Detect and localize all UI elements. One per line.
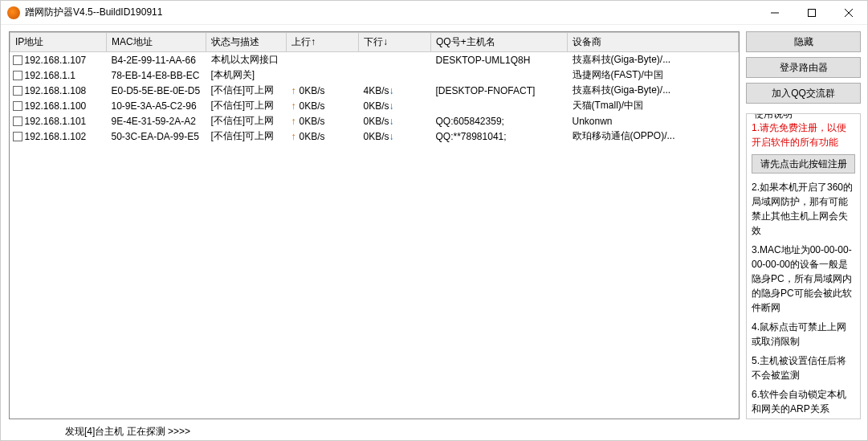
table-row[interactable]: 192.168.1.108E0-D5-5E-BE-0E-D5[不信任]可上网↑0… bbox=[10, 83, 739, 98]
col-status[interactable]: 状态与描述 bbox=[206, 33, 287, 52]
arrow-up-icon: ↑ bbox=[291, 131, 296, 142]
table-row[interactable]: 192.168.1.10010-9E-3A-A5-C2-96[不信任]可上网↑0… bbox=[10, 98, 739, 113]
login-router-button[interactable]: 登录路由器 bbox=[746, 57, 861, 78]
cell-mac: 9E-4E-31-59-2A-A2 bbox=[107, 113, 206, 129]
col-up[interactable]: 上行↑ bbox=[287, 33, 359, 52]
cell-down: 4KB/s↓ bbox=[359, 83, 431, 98]
col-mac[interactable]: MAC地址 bbox=[107, 33, 206, 52]
cell-qq bbox=[431, 98, 568, 113]
cell-ip: 192.168.1.107 bbox=[10, 52, 107, 68]
window-controls bbox=[756, 1, 867, 24]
cell-vendor: 天猫(Tmall)/中国 bbox=[568, 98, 739, 113]
cell-up: ↑0KB/s bbox=[287, 129, 359, 144]
cell-qq: QQ:**78981041; bbox=[431, 129, 568, 144]
hide-button[interactable]: 隐藏 bbox=[746, 31, 861, 52]
close-button[interactable] bbox=[830, 1, 867, 24]
cell-status: [不信任]可上网 bbox=[206, 129, 287, 144]
window-title: 蹭网防护器V4.5--BuildID190911 bbox=[25, 6, 756, 19]
arrow-up-icon: ↑ bbox=[291, 100, 296, 112]
cell-ip: 192.168.1.1 bbox=[10, 67, 107, 83]
cell-down: 0KB/s↓ bbox=[359, 113, 431, 129]
sidebar: 隐藏 登录路由器 加入QQ交流群 使用说明 1.请先免费注册，以便开启软件的所有… bbox=[743, 25, 867, 423]
note-2: 2.如果本机开启了360的局域网防护，那有可能禁止其他主机上网会失效 bbox=[752, 180, 855, 238]
cell-up: ↑0KB/s bbox=[287, 98, 359, 113]
col-ip[interactable]: IP地址 bbox=[10, 33, 107, 52]
cell-mac: 78-EB-14-E8-BB-EC bbox=[107, 67, 206, 83]
host-table: IP地址 MAC地址 状态与描述 上行↑ 下行↓ QQ号+主机名 设备商 192… bbox=[10, 32, 739, 144]
table-header-row: IP地址 MAC地址 状态与描述 上行↑ 下行↓ QQ号+主机名 设备商 bbox=[10, 33, 739, 52]
cell-status: [不信任]可上网 bbox=[206, 83, 287, 98]
cell-up bbox=[287, 52, 359, 68]
table-row[interactable]: 192.168.1.1019E-4E-31-59-2A-A2[不信任]可上网↑0… bbox=[10, 113, 739, 129]
cell-down bbox=[359, 52, 431, 68]
col-down[interactable]: 下行↓ bbox=[359, 33, 431, 52]
row-checkbox[interactable] bbox=[13, 71, 22, 80]
cell-status: 本机以太网接口 bbox=[206, 52, 287, 68]
note-5: 5.主机被设置信任后将不会被监测 bbox=[752, 353, 855, 382]
note-1: 1.请先免费注册，以便开启软件的所有功能 bbox=[752, 120, 855, 149]
cell-vendor: Unkonwn bbox=[568, 113, 739, 129]
cell-status: [不信任]可上网 bbox=[206, 113, 287, 129]
row-checkbox[interactable] bbox=[13, 101, 22, 111]
cell-mac: 50-3C-EA-DA-99-E5 bbox=[107, 129, 206, 144]
main-area: IP地址 MAC地址 状态与描述 上行↑ 下行↓ QQ号+主机名 设备商 192… bbox=[1, 25, 867, 423]
note-3: 3.MAC地址为00-00-00-00-00-00的设备一般是隐身PC，所有局域… bbox=[752, 243, 855, 315]
cell-mac: E0-D5-5E-BE-0E-D5 bbox=[107, 83, 206, 98]
cell-ip: 192.168.1.102 bbox=[10, 129, 107, 144]
cell-vendor: 迅捷网络(FAST)/中国 bbox=[568, 67, 739, 83]
row-checkbox[interactable] bbox=[13, 55, 22, 65]
col-vendor[interactable]: 设备商 bbox=[568, 33, 739, 52]
cell-qq: QQ:605842359; bbox=[431, 113, 568, 129]
titlebar: 蹭网防护器V4.5--BuildID190911 bbox=[1, 1, 867, 25]
cell-down: 0KB/s↓ bbox=[359, 129, 431, 144]
instructions-title: 使用说明 bbox=[752, 113, 795, 121]
register-button[interactable]: 请先点击此按钮注册 bbox=[752, 154, 855, 174]
cell-vendor: 欧珀移动通信(OPPO)/... bbox=[568, 129, 739, 144]
col-qq[interactable]: QQ号+主机名 bbox=[431, 33, 568, 52]
table-row[interactable]: 192.168.1.107B4-2E-99-11-AA-66本机以太网接口DES… bbox=[10, 52, 739, 68]
table-row[interactable]: 192.168.1.178-EB-14-E8-BB-EC[本机网关]迅捷网络(F… bbox=[10, 67, 739, 83]
svg-rect-1 bbox=[809, 9, 816, 16]
arrow-down-icon: ↓ bbox=[389, 100, 394, 112]
cell-vendor: 技嘉科技(Giga-Byte)/... bbox=[568, 52, 739, 68]
cell-ip: 192.168.1.100 bbox=[10, 98, 107, 113]
status-bar: 发现[4]台主机 正在探测 >>>> bbox=[1, 423, 867, 440]
minimize-button[interactable] bbox=[756, 1, 793, 24]
cell-mac: B4-2E-99-11-AA-66 bbox=[107, 52, 206, 68]
maximize-button[interactable] bbox=[793, 1, 830, 24]
cell-qq bbox=[431, 67, 568, 83]
cell-ip: 192.168.1.101 bbox=[10, 113, 107, 129]
cell-status: [本机网关] bbox=[206, 67, 287, 83]
arrow-up-icon: ↑ bbox=[291, 116, 296, 127]
cell-down: 0KB/s↓ bbox=[359, 98, 431, 113]
arrow-down-icon: ↓ bbox=[389, 116, 394, 127]
instructions-group: 使用说明 1.请先免费注册，以便开启软件的所有功能 请先点击此按钮注册 2.如果… bbox=[746, 113, 861, 419]
arrow-up-icon: ↑ bbox=[291, 85, 296, 96]
cell-up: ↑0KB/s bbox=[287, 113, 359, 129]
table-row[interactable]: 192.168.1.10250-3C-EA-DA-99-E5[不信任]可上网↑0… bbox=[10, 129, 739, 144]
app-icon bbox=[7, 6, 20, 19]
arrow-down-icon: ↓ bbox=[389, 85, 394, 96]
cell-vendor: 技嘉科技(Giga-Byte)/... bbox=[568, 83, 739, 98]
arrow-down-icon: ↓ bbox=[389, 131, 394, 142]
cell-mac: 10-9E-3A-A5-C2-96 bbox=[107, 98, 206, 113]
cell-qq: [DESKTOP-FNOFACT] bbox=[431, 83, 568, 98]
host-table-container[interactable]: IP地址 MAC地址 状态与描述 上行↑ 下行↓ QQ号+主机名 设备商 192… bbox=[9, 31, 740, 419]
join-qq-button[interactable]: 加入QQ交流群 bbox=[746, 83, 861, 104]
status-text: 发现[4]台主机 正在探测 >>>> bbox=[65, 425, 190, 439]
cell-status: [不信任]可上网 bbox=[206, 98, 287, 113]
note-6: 6.软件会自动锁定本机和网关的ARP关系 bbox=[752, 387, 855, 416]
cell-ip: 192.168.1.108 bbox=[10, 83, 107, 98]
cell-up bbox=[287, 67, 359, 83]
cell-down bbox=[359, 67, 431, 83]
cell-qq: DESKTOP-UML1Q8H bbox=[431, 52, 568, 68]
row-checkbox[interactable] bbox=[13, 86, 22, 96]
cell-up: ↑0KB/s bbox=[287, 83, 359, 98]
row-checkbox[interactable] bbox=[13, 116, 22, 126]
note-4: 4.鼠标点击可禁止上网或取消限制 bbox=[752, 320, 855, 349]
row-checkbox[interactable] bbox=[13, 132, 22, 141]
